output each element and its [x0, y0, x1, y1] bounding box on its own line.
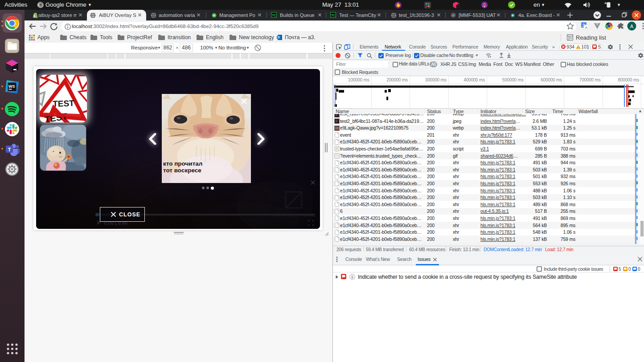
svg-text:O: O — [277, 36, 279, 39]
svg-text:A: A — [630, 24, 634, 29]
svg-text:TEST: TEST — [53, 98, 75, 109]
svg-text:A: A — [585, 25, 587, 30]
svg-text:WS: WS — [8, 84, 15, 89]
svg-text:T: T — [8, 147, 11, 152]
svg-text:TC: TC — [272, 14, 276, 17]
svg-text:TC: TC — [331, 14, 335, 17]
